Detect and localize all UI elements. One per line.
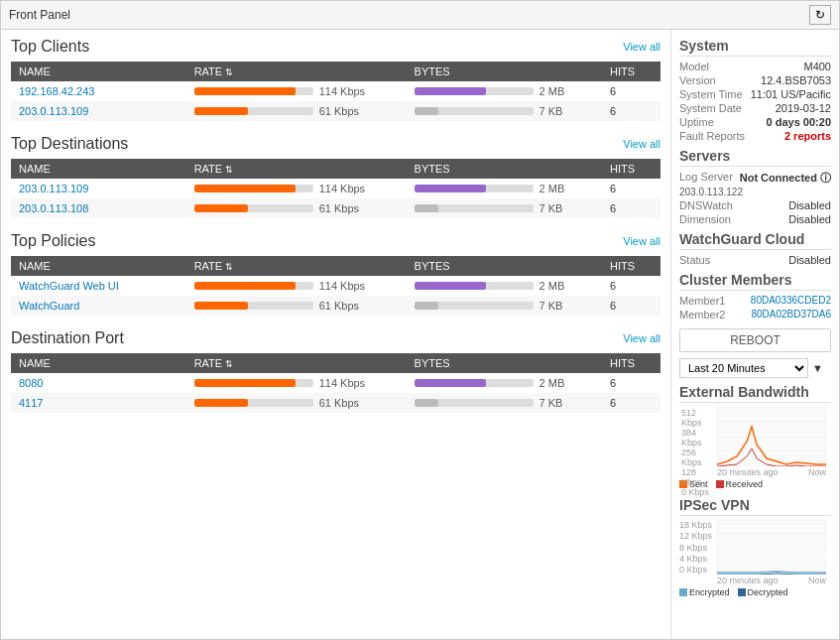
rp-row-value: 2019-03-12 xyxy=(776,102,831,114)
row-rate: 114 Kbps xyxy=(186,373,407,393)
rp-row-value: 11:01 US/Pacific xyxy=(751,88,831,100)
bw-y-0: 0 Kbps xyxy=(681,487,715,497)
top-policies-title: Top Policies xyxy=(11,232,95,250)
col-rate[interactable]: RATE ⇅ xyxy=(186,256,407,276)
ipsec-y-12: 12 Kbps xyxy=(679,531,717,541)
top-destinations-table: NAME RATE ⇅ BYTES HITS 203.0.113.109 114… xyxy=(11,159,660,218)
ipsec-x-now: Now xyxy=(808,576,826,585)
row-name[interactable]: 8080 xyxy=(11,373,186,393)
cluster-member-value: 80DA0336CDED2 xyxy=(751,295,831,307)
refresh-button[interactable]: ↻ xyxy=(809,5,831,25)
top-clients-viewall[interactable]: View all xyxy=(623,41,660,53)
top-policies-section: Top Policies View all NAME RATE ⇅ BYTES … xyxy=(11,232,660,316)
row-bytes: 7 KB xyxy=(407,296,602,316)
row-rate: 114 Kbps xyxy=(186,81,407,101)
table-row: 203.0.113.109 114 Kbps 2 MB 6 xyxy=(11,179,660,198)
ipsec-chart xyxy=(717,520,826,575)
rp-row-value: M400 xyxy=(803,61,831,72)
row-name[interactable]: 203.0.113.109 xyxy=(11,101,186,121)
top-destinations-title: Top Destinations xyxy=(11,135,128,153)
col-hits: HITS xyxy=(602,256,660,276)
col-hits: HITS xyxy=(602,353,660,373)
encrypted-legend-dot xyxy=(679,588,687,596)
top-destinations-viewall[interactable]: View all xyxy=(623,138,660,150)
row-bytes: 7 KB xyxy=(407,198,602,218)
row-name[interactable]: WatchGuard Web UI xyxy=(11,276,186,296)
row-bytes: 2 MB xyxy=(407,179,602,198)
reboot-button[interactable]: REBOOT xyxy=(679,328,831,352)
time-select[interactable]: Last 20 Minutes Last 1 Hour Last 24 Hour… xyxy=(679,358,808,378)
cluster-member-label: Member1 xyxy=(679,295,725,307)
cluster-member-row: Member180DA0336CDED2 xyxy=(679,295,831,307)
col-bytes: BYTES xyxy=(407,62,602,81)
row-hits: 6 xyxy=(602,373,660,393)
app-title: Front Panel xyxy=(9,8,70,22)
destination-port-table: NAME RATE ⇅ BYTES HITS 8080 114 Kbps 2 M… xyxy=(11,353,660,413)
row-rate: 114 Kbps xyxy=(186,179,407,198)
right-panel: System ModelM400Version12.4.BSB7053Syste… xyxy=(670,30,839,639)
table-row: 203.0.113.108 61 Kbps 7 KB 6 xyxy=(11,198,660,218)
rp-info-row: System Date2019-03-12 xyxy=(679,102,831,114)
rp-info-row: Version12.4.BSB7053 xyxy=(679,74,831,86)
rp-row-value[interactable]: 2 reports xyxy=(784,130,831,142)
row-name[interactable]: 203.0.113.108 xyxy=(11,198,186,218)
row-hits: 6 xyxy=(602,198,660,218)
destination-port-section: Destination Port View all NAME RATE ⇅ BY… xyxy=(11,329,660,413)
col-name: NAME xyxy=(11,353,186,373)
top-clients-section: Top Clients View all NAME RATE ⇅ BYTES H… xyxy=(11,38,660,121)
col-name: NAME xyxy=(11,159,186,179)
rp-row-label: Model xyxy=(679,61,709,72)
top-bar: Front Panel ↻ xyxy=(1,1,839,30)
destination-port-title: Destination Port xyxy=(11,329,124,347)
bw-y-256: 256 Kbps xyxy=(681,448,715,467)
row-name[interactable]: 203.0.113.109 xyxy=(11,179,186,198)
ipsec-y-4: 4 Kbps xyxy=(679,554,717,564)
bw-x-start: 20 minutes ago xyxy=(717,467,779,477)
rp-row-value: Disabled xyxy=(788,213,831,225)
table-row: WatchGuard 61 Kbps 7 KB 6 xyxy=(11,296,660,316)
servers-title: Servers xyxy=(679,148,831,167)
rp-info-row: DimensionDisabled xyxy=(679,213,831,225)
bw-x-now: Now xyxy=(808,467,826,477)
system-title: System xyxy=(679,38,831,57)
cluster-member-value: 80DA02BD37DA6 xyxy=(751,309,831,320)
row-rate: 114 Kbps xyxy=(186,276,407,296)
cluster-title: Cluster Members xyxy=(679,272,831,291)
svg-rect-4 xyxy=(717,520,826,575)
ipsec-title: IPSec VPN xyxy=(679,497,831,516)
row-hits: 6 xyxy=(602,81,660,101)
row-bytes: 7 KB xyxy=(407,101,602,121)
row-bytes: 2 MB xyxy=(407,276,602,296)
top-clients-title: Top Clients xyxy=(11,38,89,56)
cluster-member-row: Member280DA02BD37DA6 xyxy=(679,309,831,320)
ipsec-y-8: 8 Kbps xyxy=(679,543,717,553)
row-name[interactable]: 4117 xyxy=(11,393,186,413)
col-rate[interactable]: RATE ⇅ xyxy=(186,62,407,81)
rp-info-row: DNSWatchDisabled xyxy=(679,199,831,211)
cluster-member-label: Member2 xyxy=(679,309,725,320)
col-bytes: BYTES xyxy=(407,353,602,373)
rp-row-value: 0 days 00:20 xyxy=(767,116,831,128)
rp-row-label: Status xyxy=(679,254,710,266)
decrypted-legend-dot xyxy=(738,588,746,596)
external-bandwidth-section: External Bandwidth 512 Kbps 384 Kbps 256… xyxy=(679,384,831,489)
row-name[interactable]: 192.168.42.243 xyxy=(11,81,186,101)
col-rate[interactable]: RATE ⇅ xyxy=(186,159,407,179)
rp-row-value: Disabled xyxy=(788,254,831,266)
ipsec-x-start: 20 minutes ago xyxy=(717,576,779,585)
encrypted-legend-label: Encrypted xyxy=(689,587,730,597)
top-policies-viewall[interactable]: View all xyxy=(623,235,660,247)
rp-row-label: Version xyxy=(679,74,716,86)
rp-row-label: Log Server xyxy=(679,171,733,186)
row-name[interactable]: WatchGuard xyxy=(11,296,186,316)
table-row: WatchGuard Web UI 114 Kbps 2 MB 6 xyxy=(11,276,660,296)
row-bytes: 2 MB xyxy=(407,373,602,393)
col-rate[interactable]: RATE ⇅ xyxy=(186,353,407,373)
destination-port-viewall[interactable]: View all xyxy=(623,332,660,344)
received-legend-label: Received xyxy=(726,479,764,489)
wg-cloud-title: WatchGuard Cloud xyxy=(679,231,831,250)
table-row: 8080 114 Kbps 2 MB 6 xyxy=(11,373,660,393)
rp-info-row: System Time11:01 US/Pacific xyxy=(679,88,831,100)
dropdown-arrow-icon: ▼ xyxy=(812,362,823,374)
row-rate: 61 Kbps xyxy=(186,393,407,413)
